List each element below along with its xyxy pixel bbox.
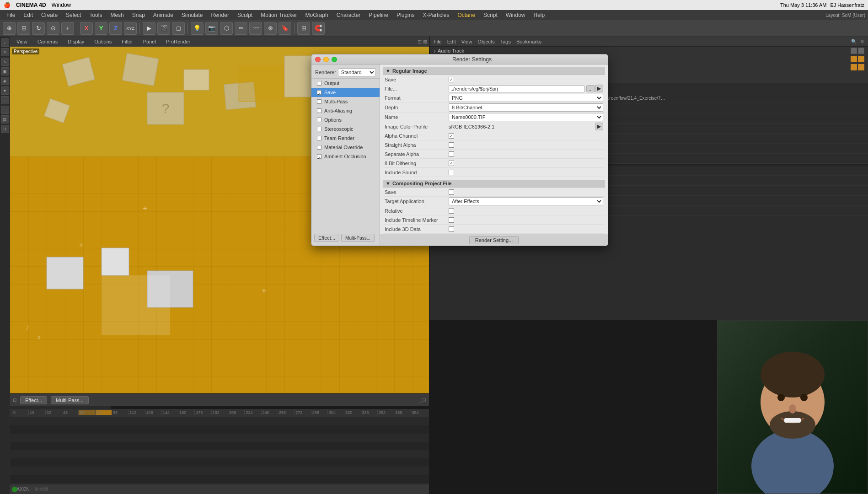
menu-octane[interactable]: Octane <box>454 11 479 19</box>
rs-file-btn1[interactable]: ... <box>586 85 595 92</box>
obj-tab-file[interactable]: File <box>432 39 444 44</box>
obj-tab-edit[interactable]: Edit <box>445 39 458 44</box>
rs-icp-btn[interactable]: ▶ <box>595 123 603 130</box>
toolbar-grid[interactable]: ⊞ <box>297 22 310 35</box>
toolbar-move[interactable]: ⊕ <box>3 22 16 35</box>
menu-create[interactable]: Create <box>38 11 61 19</box>
sidebar-live[interactable]: ● <box>1 86 9 95</box>
toolbar-rotate[interactable]: ↻ <box>32 22 45 35</box>
rs-nav-output[interactable]: Output <box>311 79 380 88</box>
obj-tab-view[interactable]: View <box>460 39 474 44</box>
menu-select[interactable]: Select <box>62 11 85 19</box>
toolbar-xyz[interactable]: XYZ <box>124 22 137 35</box>
toolbar-scale[interactable]: ⊞ <box>17 22 30 35</box>
sidebar-move[interactable]: ↕ <box>1 38 9 47</box>
sidebar-rotate[interactable]: ↻ <box>1 48 9 56</box>
menu-script[interactable]: Script <box>480 11 501 19</box>
rs-nav-multipass[interactable]: Multi-Pass <box>311 97 380 106</box>
rs-nav-stereoscopic[interactable]: Stereoscopic <box>311 124 380 134</box>
toolbar-y[interactable]: Y <box>95 22 107 35</box>
rs-file-input[interactable] <box>449 85 584 92</box>
menu-motion-tracker[interactable]: Motion Tracker <box>257 11 300 19</box>
sidebar-poly[interactable]: ▣ <box>1 67 9 75</box>
rs-relative-checkbox[interactable] <box>449 208 454 214</box>
menu-tools[interactable]: Tools <box>86 11 106 19</box>
rs-maximize-btn[interactable] <box>332 57 337 62</box>
tab-cameras[interactable]: Cameras <box>33 38 63 45</box>
rs-timeline-marker-checkbox[interactable] <box>449 217 454 223</box>
rs-straight-alpha-checkbox[interactable] <box>449 142 454 148</box>
rs-bit-dithering-checkbox[interactable] <box>449 161 454 166</box>
rs-nav-options[interactable]: Options <box>311 115 380 124</box>
toolbar-x[interactable]: X <box>80 22 93 35</box>
multipass-btn[interactable]: Multi-Pass... <box>51 396 89 404</box>
menu-mograph[interactable]: MoGraph <box>302 11 332 19</box>
menu-plugins[interactable]: Plugins <box>393 11 418 19</box>
menu-render[interactable]: Render <box>208 11 233 19</box>
rs-include-3d-checkbox[interactable] <box>449 226 454 232</box>
menu-xparticles[interactable]: X-Particles <box>419 11 453 19</box>
rs-separate-alpha-checkbox[interactable] <box>449 151 454 157</box>
menu-mesh[interactable]: Mesh <box>107 11 127 19</box>
toolbar-field[interactable]: ⊛ <box>264 22 277 35</box>
rs-render-setting-btn[interactable]: Render Setting... <box>469 236 519 244</box>
toolbar-deform[interactable]: 〰 <box>249 22 262 35</box>
sidebar-face[interactable]: ▤ <box>1 115 9 124</box>
toolbar-light[interactable]: 💡 <box>191 22 204 35</box>
toolbar-tag[interactable]: 🔖 <box>279 22 291 35</box>
toolbar-z[interactable]: Z <box>109 22 122 35</box>
menu-file[interactable]: File <box>3 11 19 19</box>
menu-animate[interactable]: Animate <box>150 11 177 19</box>
rs-name-select[interactable]: Name0000.TIF <box>449 113 603 121</box>
sidebar-edge[interactable]: — <box>1 106 9 114</box>
menu-snap[interactable]: Snap <box>129 11 149 19</box>
rs-alpha-checkbox[interactable] <box>449 133 454 139</box>
rs-file-btn2[interactable]: ▶ <box>595 85 603 92</box>
obj-vis-2[interactable] <box>858 48 864 54</box>
sidebar-uvw[interactable]: U <box>1 125 9 133</box>
rs-minimize-btn[interactable] <box>323 57 329 62</box>
rs-nav-material-override[interactable]: Material Override <box>311 143 380 152</box>
menu-edit[interactable]: Edit <box>20 11 37 19</box>
tab-prorender[interactable]: ProRender <box>161 38 195 45</box>
app-name[interactable]: CINEMA 4D <box>16 2 46 8</box>
obj-tab-tags[interactable]: Tags <box>498 39 513 44</box>
toolbar-snap-btn[interactable]: 🧲 <box>312 22 325 35</box>
rs-effect-btn[interactable]: Effect... <box>314 234 339 242</box>
apple-menu[interactable]: 🍎 <box>4 2 11 8</box>
obj-search[interactable]: 🔍 <box>851 39 857 44</box>
rs-nav-ambient-occlusion[interactable]: Ambient Occlusion <box>311 152 380 161</box>
toolbar-poly[interactable]: ⬡ <box>220 22 233 35</box>
tab-filter[interactable]: Filter <box>117 38 137 45</box>
rs-close-btn[interactable] <box>315 57 321 62</box>
window-menu[interactable]: Window <box>52 2 71 8</box>
effect-btn[interactable]: Effect... <box>20 396 47 404</box>
toolbar-play[interactable]: ▶ <box>143 22 155 35</box>
toolbar-render[interactable]: 🎬 <box>157 22 170 35</box>
menu-character[interactable]: Character <box>333 11 364 19</box>
sidebar-point[interactable]: · <box>1 96 9 104</box>
rs-multipass-btn[interactable]: Multi-Pass... <box>341 234 375 242</box>
toolbar-pen[interactable]: ✏ <box>235 22 247 35</box>
obj-vis-1[interactable] <box>851 48 857 54</box>
tab-options[interactable]: Options <box>90 38 116 45</box>
menu-help[interactable]: Help <box>530 11 548 19</box>
menu-pipeline[interactable]: Pipeline <box>365 11 392 19</box>
obj-tab-bookmarks[interactable]: Bookmarks <box>514 39 543 44</box>
menu-simulate[interactable]: Simulate <box>178 11 207 19</box>
obj-tab-objects[interactable]: Objects <box>476 39 496 44</box>
sidebar-scale[interactable]: ⤡ <box>1 58 9 66</box>
rs-nav-team-render[interactable]: Team Render <box>311 134 380 143</box>
tab-view[interactable]: View <box>12 38 32 45</box>
rs-target-app-select[interactable]: After Effects Motion Fusion <box>449 197 603 205</box>
sidebar-model[interactable]: ◈ <box>1 77 9 85</box>
rs-renderer-select[interactable]: Standard Physical Octane <box>338 68 376 76</box>
obj-settings[interactable]: ⚙ <box>858 39 866 44</box>
toolbar-add[interactable]: + <box>61 22 74 35</box>
rs-save-checkbox[interactable] <box>449 77 454 82</box>
rs-depth-select[interactable]: 8 Bit/Channel 16 Bit/Channel 32 Bit/Chan… <box>449 103 603 112</box>
rs-nav-save[interactable]: Save <box>311 88 380 97</box>
tab-display[interactable]: Display <box>63 38 89 45</box>
toolbar-cube[interactable]: ◻ <box>172 22 185 35</box>
rs-format-select[interactable]: PNG TIFF JPEG <box>449 94 603 102</box>
